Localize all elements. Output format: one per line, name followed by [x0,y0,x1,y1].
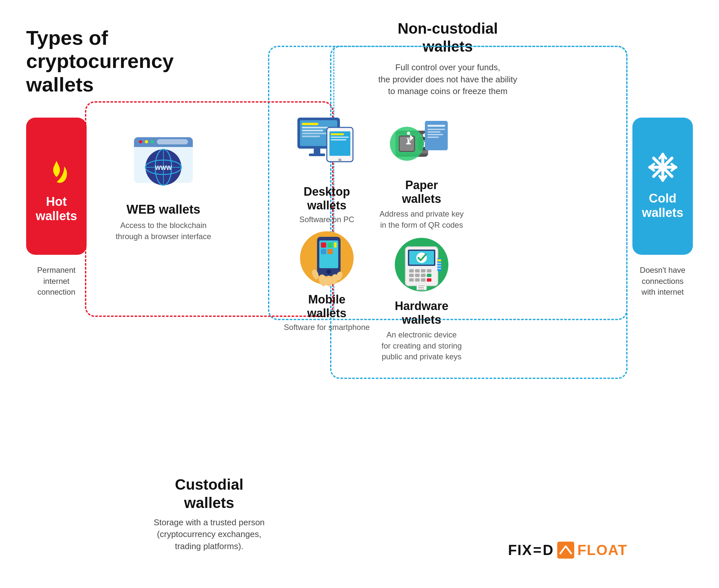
svg-rect-48 [327,249,333,254]
desktop-wallet-icon [294,114,360,180]
svg-point-49 [327,270,331,274]
web-wallets-section: WWW WEB wallets Access to the blockchain… [95,121,232,252]
svg-rect-19 [157,139,188,144]
svg-rect-64 [428,136,439,138]
svg-rect-81 [427,274,431,277]
svg-rect-61 [428,129,445,130]
paper-wallet-desc: Address and private key in the form of Q… [360,208,484,230]
svg-rect-89 [437,265,441,267]
cold-wallet-label: Cold wallets [642,191,683,220]
svg-rect-84 [421,278,426,281]
svg-point-68 [407,132,410,135]
web-wallet-icon: WWW [131,131,196,196]
svg-rect-88 [437,262,441,264]
custodial-desc: Storage with a trusted person (cryptocur… [85,517,333,552]
page-title: Types of cryptocurrency wallets [26,26,131,96]
svg-point-40 [338,159,342,162]
custodial-section: Custodial wallets Storage with a trusted… [85,476,333,552]
paper-wallet-icon [389,114,454,173]
paper-wallet-name: Paper wallets [360,178,484,206]
custodial-title: Custodial wallets [85,476,333,511]
svg-rect-39 [331,139,346,141]
mobile-wallet-icon [297,229,356,288]
svg-rect-62 [428,131,440,133]
svg-rect-77 [427,269,431,272]
svg-rect-95 [557,542,574,559]
svg-rect-44 [321,243,326,248]
hardware-wallet-desc: An electronic device for creating and st… [360,329,484,362]
hot-wallet-desc: Permanent internet connection [26,265,87,298]
svg-rect-34 [309,153,325,156]
svg-rect-79 [415,274,419,277]
svg-rect-30 [302,130,323,131]
svg-rect-63 [428,134,443,135]
cold-wallet-desc: Doesn't have connections with internet [632,265,693,298]
svg-point-18 [151,140,154,143]
hardware-wallets-section: Hardware wallets An electronic device fo… [360,235,484,362]
brand-arrow-icon [557,542,574,559]
svg-rect-76 [421,269,426,272]
brand-logo: FIX=D FLOAT [508,542,628,559]
svg-rect-28 [302,123,318,125]
svg-rect-60 [428,125,445,127]
svg-rect-31 [302,133,327,134]
svg-rect-90 [437,268,441,269]
cold-wallet-box: Cold wallets [632,118,693,255]
svg-rect-38 [331,136,349,138]
svg-text:WWW: WWW [155,165,172,171]
hardware-wallet-name: Hardware wallets [360,299,484,327]
svg-rect-32 [302,135,320,137]
svg-rect-82 [409,278,414,281]
hardware-wallet-icon [389,235,454,294]
svg-rect-92 [418,286,425,286]
paper-wallets-section: Paper wallets Address and private key in… [360,114,484,230]
svg-rect-74 [409,269,414,272]
brand-fixed: FIX=D [508,542,554,558]
svg-rect-93 [418,287,424,288]
svg-rect-83 [415,278,419,281]
svg-rect-75 [415,269,419,272]
svg-point-16 [139,140,142,143]
svg-rect-85 [427,278,431,281]
svg-rect-37 [331,133,344,135]
svg-rect-45 [327,243,333,248]
svg-rect-46 [334,243,336,248]
cold-wallet-icon [648,152,678,188]
web-wallet-desc: Access to the blockchain through a brows… [101,220,226,242]
svg-rect-47 [321,249,326,254]
svg-rect-78 [409,274,414,277]
hot-wallet-icon [42,149,71,191]
hot-wallet-box: Hot wallets [26,118,87,255]
svg-point-17 [145,140,148,143]
svg-rect-80 [421,274,426,277]
web-wallet-name: WEB wallets [101,203,226,216]
brand-float: FLOAT [577,542,628,558]
hot-wallet-label: Hot wallets [36,195,77,223]
svg-rect-29 [302,127,328,128]
svg-rect-87 [437,259,441,261]
svg-rect-94 [418,289,425,289]
